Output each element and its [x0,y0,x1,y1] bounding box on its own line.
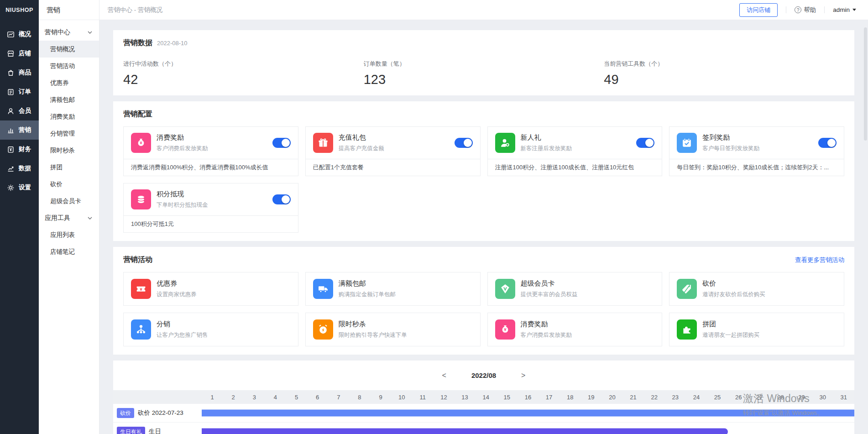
menu-group-header[interactable]: 应用工具 [39,209,99,226]
visit-shop-button[interactable]: 访问店铺 [739,3,778,17]
config-card-footer: 消费返消费额100%积分、消费返消费额100%成长值 [124,159,298,176]
activity-card-text: 消费奖励客户消费后发放奖励 [521,320,655,339]
marketing-activity-panel: 营销活动 查看更多营销活动 ¥优惠券设置商家优惠券满额包邮购满指定金额订单包邮超… [113,247,854,355]
activity-card[interactable]: ¥优惠券设置商家优惠券 [123,272,298,306]
menu-item-label: 营销概况 [50,46,75,52]
toggle-switch[interactable] [636,138,654,148]
activity-card-text: 满额包邮购满指定金额订单包邮 [339,279,473,298]
menu-item[interactable]: 分销管理 [39,125,99,142]
day-cell: 7 [328,394,349,401]
day-cell: 17 [539,394,559,401]
section-title: 营销配置 [123,110,152,119]
puzzle-icon [677,319,697,340]
sidebar-item-members[interactable]: 会员 [0,101,39,120]
money-bag-icon: ¥ [495,319,515,340]
activity-card-text: 优惠券设置商家优惠券 [157,279,291,298]
sidebar-item-shop[interactable]: 店铺 [0,44,39,63]
menu-item[interactable]: 消费奖励 [39,108,99,125]
menu-item[interactable]: 砍价 [39,176,99,193]
menu-item[interactable]: 满额包邮 [39,91,99,108]
activity-card[interactable]: 限时秒杀限时抢购引导客户快速下单 [305,313,481,346]
toggle-switch[interactable] [272,194,291,204]
toggle-switch[interactable] [272,138,291,148]
toggle-knob [464,139,472,147]
prev-month-button[interactable]: < [442,372,446,379]
sidebar-item-finance[interactable]: 财务 [0,140,39,159]
day-cell: 19 [580,394,601,401]
page-content: 营销数据 2022-08-10 进行中活动数（个）42订单数量（笔）123当前营… [99,20,868,434]
menu-item[interactable]: 优惠券 [39,74,99,91]
svg-text:¥: ¥ [140,140,142,145]
activity-card[interactable]: ¥消费奖励客户消费后发放奖励 [487,313,663,346]
help-button[interactable]: ? 帮助 [795,6,816,14]
menu-item[interactable]: 应用列表 [39,226,99,243]
activity-card-text: 分销让客户为您推广销售 [157,320,291,339]
secondary-sidebar-title: 营销 [39,0,99,20]
day-cell: 9 [370,394,391,401]
user-menu[interactable]: admin [833,6,856,13]
gantt-bar[interactable] [202,410,854,417]
activity-card[interactable]: 分销让客户为您推广销售 [123,313,298,346]
sidebar-item-label: 商品 [19,68,31,77]
members-icon [7,107,15,115]
config-card-desc: 新客注册后发放奖励 [521,145,631,152]
next-month-button[interactable]: > [521,372,525,379]
activity-card-desc: 邀请好友砍价后低价购买 [702,291,837,298]
stat-block: 订单数量（笔）123 [364,60,604,87]
activity-card-title: 超级会员卡 [521,279,655,288]
sidebar-item-marketing[interactable]: 营销 [0,120,39,140]
config-card: 新人礼新客注册后发放奖励注册送100积分、注册送100成长值、注册送10元红包 [487,126,663,176]
gantt-rows: 砍价砍价 2022-07-23生日有礼生日盲盒测试 [113,404,854,434]
gantt-bar[interactable] [202,429,728,434]
config-card-title: 充值礼包 [339,133,449,142]
day-cell: 20 [601,394,622,401]
header-actions: 访问店铺 ? 帮助 admin [739,3,856,17]
more-activities-link[interactable]: 查看更多营销活动 [795,256,844,264]
days-header-row: 1234567891011121314151617181920212223242… [113,390,854,404]
gantt-bar-area [202,404,854,422]
activity-card[interactable]: 超级会员卡提供更丰富的会员权益 [487,272,663,306]
menu-item[interactable]: 拼团 [39,159,99,176]
config-card-title: 积分抵现 [157,190,267,199]
toggle-switch[interactable] [455,138,473,148]
question-icon: ? [795,6,801,13]
config-card-text: 积分抵现下单时积分抵扣现金 [157,190,267,209]
menu-item[interactable]: 营销活动 [39,58,99,74]
activity-card-desc: 设置商家优惠券 [157,291,291,298]
sidebar-item-goods[interactable]: 商品 [0,63,39,82]
stat-label: 当前营销工具数（个） [604,60,844,68]
sidebar-item-data[interactable]: 数据 [0,159,39,178]
activity-card[interactable]: 拼团邀请朋友一起拼团购买 [669,313,844,346]
toggle-switch[interactable] [818,138,837,148]
top-header: 营销中心 - 营销概况 访问店铺 ? 帮助 admin [99,0,868,20]
activity-card[interactable]: 满额包邮购满指定金额订单包邮 [305,272,481,306]
day-cell: 11 [412,394,433,401]
sidebar-item-overview[interactable]: 概况 [0,25,39,44]
menu-group-header[interactable]: 营销中心 [39,24,99,41]
menu-item[interactable]: 店铺笔记 [39,243,99,260]
sidebar-item-label: 财务 [19,145,31,153]
gantt-row-label: 砍价砍价 2022-07-23 [113,408,202,418]
stat-block: 当前营销工具数（个）49 [604,60,844,87]
config-card-title: 消费奖励 [157,133,267,142]
scrollbar-thumb[interactable] [864,27,867,141]
day-cell: 2 [223,394,244,401]
gantt-bar-area [202,423,854,434]
stat-value: 123 [364,72,604,87]
activity-card-title: 优惠券 [157,279,291,288]
sidebar-item-settings[interactable]: 设置 [0,178,39,197]
menu-item[interactable]: 限时秒杀 [39,142,99,159]
menu-item[interactable]: 超级会员卡 [39,193,99,209]
gantt-gutter [113,390,202,404]
activity-card-grid: ¥优惠券设置商家优惠券满额包邮购满指定金额订单包邮超级会员卡提供更丰富的会员权益… [123,272,844,346]
menu-item[interactable]: 营销概况 [39,41,99,58]
menu-item-label: 店铺笔记 [50,248,75,255]
sidebar-item-orders[interactable]: 订单 [0,82,39,101]
activity-name: 生日 [149,428,161,434]
day-cell: 10 [391,394,412,401]
activity-card[interactable]: 砍价邀请好友砍价后低价购买 [669,272,844,306]
day-cell: 6 [307,394,328,401]
goods-icon [7,69,15,77]
config-card-grid: ¥消费奖励客户消费后发放奖励消费返消费额100%积分、消费返消费额100%成长值… [123,126,844,233]
day-cell: 26 [728,394,749,401]
